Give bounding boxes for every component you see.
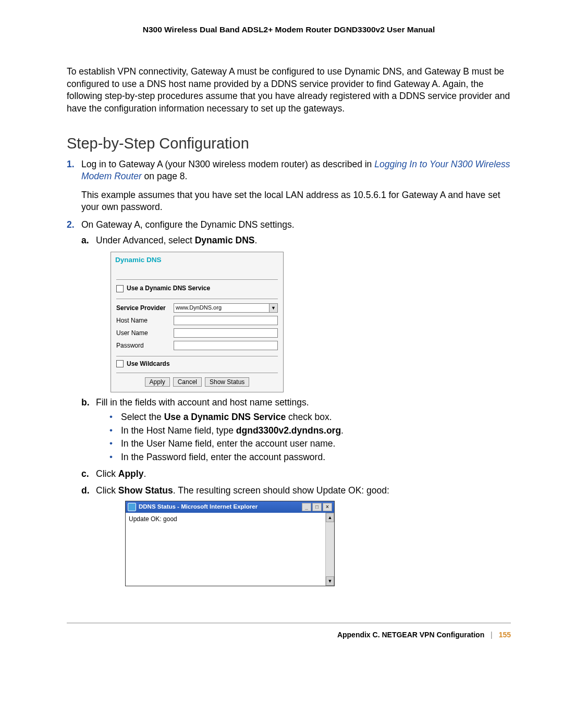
cancel-button[interactable]: Cancel: [173, 377, 202, 387]
step-2b: b. Fill in the fields with account and h…: [81, 397, 511, 464]
apply-button[interactable]: Apply: [145, 377, 170, 387]
step-1: 1. Log in to Gateway A (your N300 wirele…: [67, 158, 511, 214]
service-provider-label: Service Provider: [116, 304, 174, 312]
bullet-2: In the Host Name field, type dgnd3300v2.…: [109, 424, 511, 437]
step-2d: d. Click Show Status. The resulting scre…: [81, 485, 511, 587]
step-1-text-a: Log in to Gateway A (your N300 wireless …: [81, 159, 374, 169]
ie-status-window: DDNS Status - Microsoft Internet Explore…: [125, 501, 335, 586]
scroll-down-icon[interactable]: ▼: [326, 576, 334, 586]
step-2b-text: Fill in the fields with account and host…: [96, 397, 309, 408]
step-2a-post: .: [254, 235, 257, 245]
footer-appendix: Appendix C. NETGEAR VPN Configuration: [337, 631, 484, 639]
chevron-down-icon[interactable]: ▼: [270, 303, 278, 313]
step-2a-bold: Dynamic DNS: [195, 235, 255, 245]
step-2a: a. Under Advanced, select Dynamic DNS. D…: [81, 235, 511, 392]
bullet-1: Select the Use a Dynamic DNS Service che…: [109, 411, 511, 424]
use-wildcards-checkbox[interactable]: [116, 360, 124, 367]
page-footer: Appendix C. NETGEAR VPN Configuration | …: [67, 631, 511, 639]
user-name-label: User Name: [116, 329, 174, 337]
host-name-label: Host Name: [116, 316, 174, 325]
service-provider-select[interactable]: www.DynDNS.org: [174, 303, 270, 313]
use-ddns-checkbox[interactable]: [116, 285, 124, 292]
step-2-number: 2.: [67, 219, 75, 231]
ie-titlebar: DDNS Status - Microsoft Internet Explore…: [126, 501, 334, 513]
bullet-4: In the Password field, enter the account…: [109, 451, 511, 464]
bullet-3: In the User Name field, enter the accoun…: [109, 437, 511, 450]
use-ddns-label: Use a Dynamic DNS Service: [127, 284, 210, 292]
footer-rule: [67, 623, 511, 623]
minimize-icon[interactable]: _: [302, 503, 311, 511]
step-2a-letter: a.: [81, 235, 89, 247]
close-icon[interactable]: ×: [323, 503, 332, 511]
page-number: 155: [499, 631, 511, 639]
ie-body-text: Update OK: good: [126, 513, 325, 586]
ie-icon: [128, 503, 136, 511]
step-1-sub: This example assumes that you have set t…: [81, 189, 511, 214]
dynamic-dns-title: Dynamic DNS: [111, 252, 283, 266]
step-1-number: 1.: [67, 158, 75, 171]
step-2c-letter: c.: [81, 468, 89, 480]
step-2: 2. On Gateway A, configure the Dynamic D…: [67, 219, 511, 586]
user-name-input[interactable]: [174, 328, 278, 338]
scroll-up-icon[interactable]: ▲: [326, 513, 334, 522]
password-label: Password: [116, 341, 174, 350]
section-heading: Step-by-Step Configuration: [67, 135, 511, 152]
step-2d-letter: d.: [81, 485, 90, 497]
ie-window-title: DDNS Status - Microsoft Internet Explore…: [139, 503, 301, 511]
scrollbar[interactable]: ▲ ▼: [325, 513, 334, 586]
host-name-input[interactable]: [174, 316, 278, 325]
step-2-text: On Gateway A, configure the Dynamic DNS …: [81, 219, 295, 230]
step-2c: c. Click Apply.: [81, 468, 511, 480]
intro-paragraph: To establish VPN connectivity, Gateway A…: [67, 66, 511, 115]
step-2b-letter: b.: [81, 397, 90, 409]
show-status-button[interactable]: Show Status: [205, 377, 249, 387]
dynamic-dns-panel: Dynamic DNS Use a Dynamic DNS Service Se…: [111, 252, 284, 392]
maximize-icon[interactable]: □: [312, 503, 322, 511]
use-wildcards-label: Use Wildcards: [127, 360, 170, 368]
manual-header: N300 Wireless Dual Band ADSL2+ Modem Rou…: [67, 25, 511, 34]
footer-divider: |: [491, 631, 493, 639]
step-1-text-b: on page 8.: [144, 171, 188, 181]
step-2a-pre: Under Advanced, select: [96, 235, 195, 245]
password-input[interactable]: [174, 341, 278, 350]
